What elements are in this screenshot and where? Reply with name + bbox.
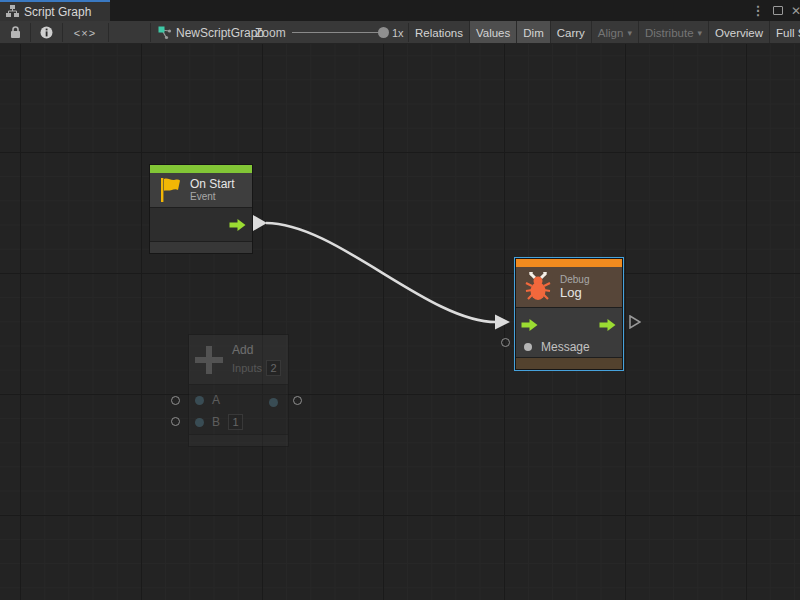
zoom-slider-handle[interactable] xyxy=(378,27,389,38)
node-ports: A B 1 xyxy=(189,385,288,435)
distribute-dropdown[interactable]: Distribute ▾ xyxy=(638,21,708,44)
plus-icon xyxy=(195,346,223,374)
flow-output-port[interactable] xyxy=(229,219,246,231)
node-footer xyxy=(150,242,252,253)
node-ports: Message xyxy=(516,308,622,358)
node-title: On Start xyxy=(190,177,235,191)
toolbar-separator xyxy=(150,23,151,42)
result-outer-circle[interactable] xyxy=(293,396,302,405)
overview-button[interactable]: Overview xyxy=(708,21,769,44)
align-dropdown[interactable]: Align ▾ xyxy=(591,21,638,44)
graph-toolbar: <×> NewScriptGraph Zoom 1x Relations Val… xyxy=(0,21,800,44)
wire-start-triangle xyxy=(253,215,267,231)
window-menu-button[interactable]: ⋮ xyxy=(750,0,766,21)
port-b-label: B xyxy=(212,415,220,429)
lock-button[interactable] xyxy=(0,21,30,44)
code-icon: <×> xyxy=(74,27,96,39)
hierarchy-icon xyxy=(6,5,19,18)
flow-output-port[interactable] xyxy=(599,319,616,331)
node-debug-log[interactable]: Debug Log Message xyxy=(514,257,624,371)
value-port-dot[interactable] xyxy=(524,343,532,351)
node-title: Add xyxy=(232,343,281,357)
event-color-bar xyxy=(150,165,252,173)
inputs-count-field[interactable]: 2 xyxy=(266,360,281,376)
port-row-b[interactable]: B 1 xyxy=(195,414,243,430)
node-footer xyxy=(189,435,288,446)
port-b-outer-circle[interactable] xyxy=(171,417,180,426)
wire-end-arrow xyxy=(495,315,510,330)
values-toggle[interactable]: Values xyxy=(469,21,516,44)
carry-toggle[interactable]: Carry xyxy=(550,21,591,44)
lock-icon xyxy=(10,26,21,39)
result-output-dot[interactable] xyxy=(269,398,278,407)
flag-icon xyxy=(158,177,182,203)
inputs-label: Inputs xyxy=(232,362,262,374)
toolbar-separator xyxy=(108,23,109,42)
node-subtitle: Event xyxy=(190,191,235,203)
inputs-row: Inputs2 xyxy=(232,360,281,376)
graph-asset-icon xyxy=(156,21,174,44)
node-header: Add Inputs2 xyxy=(189,335,288,385)
value-port-dot[interactable] xyxy=(195,418,204,427)
tab-script-graph[interactable]: Script Graph xyxy=(0,0,110,21)
debug-color-bar xyxy=(516,259,622,267)
relations-toggle[interactable]: Relations xyxy=(409,21,469,44)
node-footer xyxy=(516,358,622,369)
flow-connection-wire xyxy=(0,44,800,600)
zoom-label: Zoom xyxy=(255,21,286,44)
zoom-slider-track[interactable] xyxy=(292,32,384,33)
port-a-outer-circle[interactable] xyxy=(171,396,180,405)
value-port-dot[interactable] xyxy=(195,396,204,405)
node-header: Debug Log xyxy=(516,267,622,308)
maximize-icon xyxy=(773,6,783,15)
script-graph-window: Script Graph ⋮ ✕ <×> xyxy=(0,0,800,600)
message-port-row[interactable]: Message xyxy=(524,340,590,354)
node-title: Log xyxy=(560,286,589,300)
close-button[interactable]: ✕ xyxy=(788,0,800,21)
port-row-a[interactable]: A xyxy=(195,393,220,407)
info-icon xyxy=(40,26,53,39)
maximize-button[interactable] xyxy=(770,0,786,21)
graph-name-label[interactable]: NewScriptGraph xyxy=(176,21,264,44)
chevron-down-icon: ▾ xyxy=(627,28,632,38)
bug-icon xyxy=(524,271,552,303)
info-button[interactable] xyxy=(30,21,62,44)
chevron-down-icon: ▾ xyxy=(698,28,703,38)
port-b-value-field[interactable]: 1 xyxy=(228,414,243,430)
graph-canvas[interactable]: On Start Event xyxy=(0,44,800,600)
tab-bar: Script Graph ⋮ ✕ xyxy=(0,0,800,21)
flow-out-hollow-triangle[interactable] xyxy=(629,315,641,329)
message-port-outer-circle[interactable] xyxy=(501,338,510,347)
node-add[interactable]: Add Inputs2 A B 1 xyxy=(188,334,289,447)
toolbar-buttons: Relations Values Dim Carry Align ▾ Distr… xyxy=(409,21,800,44)
message-port-label: Message xyxy=(541,340,590,354)
zoom-value: 1x xyxy=(392,21,404,44)
node-header: On Start Event xyxy=(150,173,252,208)
port-a-label: A xyxy=(212,393,220,407)
node-on-start[interactable]: On Start Event xyxy=(149,164,253,254)
code-view-button[interactable]: <×> xyxy=(62,21,108,44)
node-ports xyxy=(150,208,252,242)
dim-toggle[interactable]: Dim xyxy=(516,21,549,44)
fullscreen-button[interactable]: Full Screen xyxy=(769,21,800,44)
tab-title: Script Graph xyxy=(24,5,91,19)
flow-input-port[interactable] xyxy=(521,319,538,331)
